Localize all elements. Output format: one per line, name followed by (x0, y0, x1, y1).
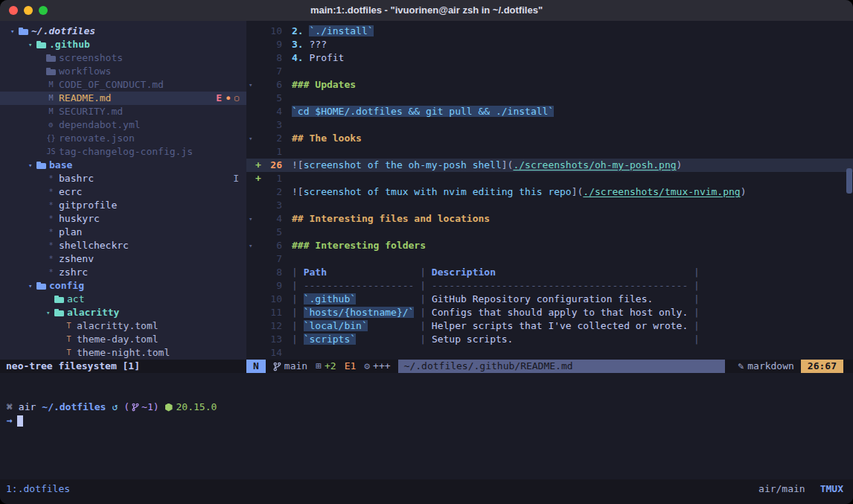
editor-line[interactable]: ▾ 6### Updates (246, 78, 853, 92)
indent-spacer (46, 293, 54, 306)
editor-line[interactable]: 9| ------------------- | ---------------… (246, 279, 853, 293)
chevron-down-icon[interactable]: ▾ (28, 279, 36, 293)
tree-item-workflows[interactable]: workflows (0, 65, 246, 78)
editor-line[interactable]: +1 (246, 172, 853, 185)
editor-line[interactable]: 1 (246, 145, 853, 159)
tree-item-screenshots[interactable]: screenshots (0, 51, 246, 65)
line-number: 26 (264, 159, 282, 172)
diagnostic-error-badge: E (216, 92, 222, 105)
editor-line[interactable]: 4`cd $HOME/.dotfiles && git pull && ./in… (246, 105, 853, 118)
editor-line[interactable]: 11| `hosts/{hostname}/` | Configs that s… (246, 306, 853, 319)
tree-item-github[interactable]: ▾.github (0, 38, 246, 51)
fold-indicator[interactable]: ▾ (246, 78, 255, 92)
editor-line[interactable]: 10| `.github` | GitHub Repository config… (246, 293, 853, 306)
editor-line[interactable]: 14 (246, 346, 853, 360)
tree-item-gitprofile[interactable]: *gitprofile (0, 199, 246, 212)
editor-line[interactable]: ▾ 6### Interesting folders (246, 239, 853, 252)
gitsign-added: + (255, 172, 264, 185)
tree-item-security-md[interactable]: MSECURITY.md (0, 105, 246, 118)
chevron-down-icon[interactable]: ▾ (28, 38, 36, 51)
editor-line[interactable]: 12| `local/bin` | Helper scripts that I'… (246, 319, 853, 333)
text-segment (356, 293, 414, 304)
text-segment: | (292, 280, 304, 291)
tree-item-plan[interactable]: *plan (0, 226, 246, 239)
tree-item-label: tag-changelog-config.js (59, 145, 193, 159)
scrollbar-thumb[interactable] (846, 168, 852, 194)
tree-item-label: renovate.json (59, 132, 135, 145)
line-number: 14 (264, 346, 282, 360)
fold-column (246, 266, 255, 279)
editor-line[interactable]: 5 (246, 226, 853, 239)
markdown-link-url[interactable]: ./screenshots/oh-my-posh.png (513, 159, 676, 170)
editor-line-current[interactable]: +26![screenshot of the oh-my-posh shell]… (246, 159, 853, 172)
editor-line[interactable]: 3 (246, 118, 853, 132)
tree-item-tag-changelog-config-js[interactable]: JStag-changelog-config.js (0, 145, 246, 159)
tree-item-huskyrc[interactable]: *huskyrc (0, 212, 246, 226)
fold-column (246, 333, 255, 346)
editor-line[interactable]: 93. ??? (246, 38, 853, 51)
window-titlebar[interactable]: main:1:.dotfiles - "ivuorinen@air zsh in… (0, 0, 853, 21)
tree-item-bashrc[interactable]: *bashrcI (0, 172, 246, 185)
line-text: ## The looks (292, 132, 362, 145)
line-text: ### Updates (292, 78, 356, 92)
editor-line[interactable]: ▾ 2## The looks (246, 132, 853, 145)
traffic-lights (9, 6, 48, 15)
editor-line[interactable]: 13| `scripts` | Setup scripts. | (246, 333, 853, 346)
tmux-pane-shell[interactable]: ⌘ air ~/.dotfiles ↺ ( ~1) 20.15.0 → (0, 373, 853, 479)
line-text: ![screenshot of the oh-my-posh shell](./… (292, 159, 682, 172)
editor-line[interactable]: 2![screenshot of tmux with nvim editing … (246, 185, 853, 199)
text-segment: `.github` (304, 293, 356, 304)
editor-pane[interactable]: 102. `./install` 93. ??? 84. Profit 7▾ 6… (246, 21, 853, 360)
tree-item-theme-night-toml[interactable]: Ttheme-night.toml (0, 346, 246, 360)
editor-line[interactable]: 8| Path | Description | (246, 266, 853, 279)
tree-item-dotfiles[interactable]: ▾~/.dotfiles (0, 25, 246, 38)
tree-item-theme-day-toml[interactable]: Ttheme-day.toml (0, 333, 246, 346)
tree-item-code-of-conduct-md[interactable]: MCODE_OF_CONDUCT.md (0, 78, 246, 92)
shell-input-line[interactable]: → (7, 414, 23, 427)
neotree-panel: ▾~/.dotfiles▾.githubscreenshotsworkflows… (0, 21, 246, 360)
text-segment (327, 267, 414, 278)
text-segment: ----------------------------------------… (432, 280, 688, 291)
tree-item-alacritty-toml[interactable]: Talacritty.toml (0, 319, 246, 333)
sign-column (255, 239, 264, 252)
tmux-window-label[interactable]: 1:.dotfiles (6, 482, 70, 496)
editor-line[interactable]: ▾ 4## Interesting files and locations (246, 212, 853, 226)
text-segment: | (292, 307, 304, 318)
tree-item-zshrc[interactable]: *zshrc (0, 266, 246, 279)
chevron-down-icon[interactable]: ▾ (28, 159, 36, 172)
text-segment (496, 267, 688, 278)
editor-line[interactable]: 102. `./install` (246, 25, 853, 38)
tree-item-base[interactable]: ▾base (0, 159, 246, 172)
line-text: 4. Profit (292, 51, 344, 65)
close-button[interactable] (9, 6, 18, 15)
tree-item-readme-md[interactable]: MREADME.mdE●▢ (0, 92, 246, 105)
editor-line[interactable]: 84. Profit (246, 51, 853, 65)
tree-item-renovate-json[interactable]: {}renovate.json (0, 132, 246, 145)
chevron-down-icon[interactable]: ▾ (10, 25, 19, 38)
tree-item-config[interactable]: ▾config (0, 279, 246, 293)
chevron-down-icon[interactable]: ▾ (46, 306, 54, 319)
fold-indicator[interactable]: ▾ (246, 212, 255, 226)
line-number: 4 (264, 212, 282, 226)
tree-item-alacritty[interactable]: ▾alacritty (0, 306, 246, 319)
tree-item-act[interactable]: act (0, 293, 246, 306)
tree-item-ecrc[interactable]: *ecrc (0, 185, 246, 199)
file-path[interactable]: ~/.dotfiles/.github/README.md (398, 360, 726, 373)
fold-indicator[interactable]: ▾ (246, 239, 255, 252)
minimize-button[interactable] (24, 6, 33, 15)
vim-mode-indicator: N (246, 360, 266, 373)
markdown-link-url[interactable]: ./screenshots/tmux-nvim.png (583, 186, 740, 197)
fold-indicator[interactable]: ▾ (246, 132, 255, 145)
editor-line[interactable]: 7 (246, 65, 853, 78)
editor-line[interactable]: 7 (246, 252, 853, 266)
text-segment: ## The looks (292, 133, 362, 144)
tree-item-zshenv[interactable]: *zshenv (0, 252, 246, 266)
tree-item-shellcheckrc[interactable]: *shellcheckrc (0, 239, 246, 252)
asterisk-icon: * (46, 252, 56, 266)
tree-item-label: theme-day.toml (77, 333, 159, 346)
tree-item-dependabot-yml[interactable]: ⚙dependabot.yml (0, 118, 246, 132)
editor-line[interactable]: 3 (246, 199, 853, 212)
fullscreen-button[interactable] (39, 6, 48, 15)
text-segment: | (414, 307, 431, 318)
editor-line[interactable]: 5 (246, 92, 853, 105)
